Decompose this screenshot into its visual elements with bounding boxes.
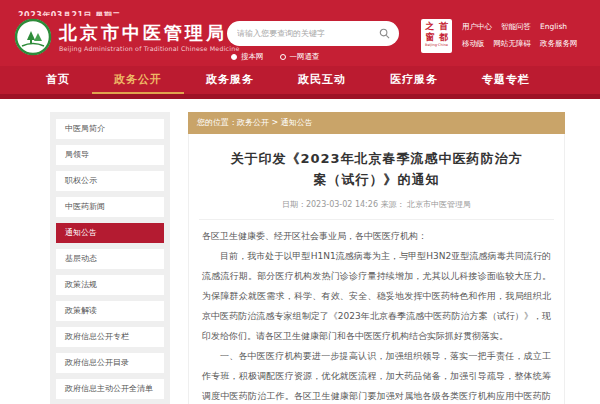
header-link[interactable]: 网站无障碍 (494, 39, 532, 49)
search-scope-options: 搜本网一网通查 (231, 52, 399, 62)
nav-item[interactable]: 政务服务 (184, 66, 276, 94)
article-body: 各区卫生健康委、经开区社会事业局，各中医医疗机构：目前，我市处于以甲型H1N1流… (189, 220, 564, 404)
header-link[interactable]: 政务服务网 (540, 39, 578, 49)
nav-item[interactable]: 政民互动 (276, 66, 368, 94)
sidebar-item[interactable]: 政策法规 (56, 275, 164, 295)
sidebar-item[interactable]: 政府信息主动公开全清单 (56, 379, 164, 399)
main-nav: 首页政务公开政务服务政民互动医疗服务专题专栏 (0, 66, 600, 94)
sidebar-item[interactable]: 职权公示 (56, 171, 164, 191)
seal-char: 都 (437, 32, 451, 43)
nav-item[interactable]: 医疗服务 (368, 66, 460, 94)
site-brand[interactable]: 北京市中医管理局 Beijing Administration of Tradi… (14, 18, 239, 56)
search-area: 搜本网一网通查 (227, 21, 399, 62)
article-paragraph: 各区卫生健康委、经开区社会事业局，各中医医疗机构： (202, 226, 551, 246)
quick-links-row-1: 用户中心智能问答English (462, 22, 594, 32)
capital-window-seal-icon[interactable]: 之首窗都 Beijing·China (421, 19, 452, 53)
seal-char: 之 (423, 21, 437, 32)
site-title-english: Beijing Administration of Traditional Ch… (59, 45, 239, 52)
seal-char: 窗 (423, 32, 437, 43)
site-header: 北京市中医管理局 Beijing Administration of Tradi… (0, 16, 600, 66)
header-link[interactable]: 用户中心 (462, 22, 492, 32)
page-body: 中医局简介局领导职权公示中医药新闻通知公告基层动态政策法规政策解读政府信息公开专… (0, 99, 600, 399)
seal-characters: 之首窗都 (423, 21, 450, 43)
sidebar-menu: 中医局简介局领导职权公示中医药新闻通知公告基层动态政策法规政策解读政府信息公开专… (50, 112, 170, 404)
sidebar-item[interactable]: 政府信息公开专栏 (56, 327, 164, 347)
main-content: 您的位置：政务公开 > 通知公告 关于印发《2023年北京春季流感中医药防治方案… (188, 112, 565, 404)
breadcrumb: 您的位置：政务公开 > 通知公告 (188, 112, 565, 134)
header-link[interactable]: 移动版 (462, 39, 485, 49)
quick-links-row-2: 移动版网站无障碍政务服务网 (462, 39, 594, 49)
radio-selected-icon[interactable] (231, 54, 237, 60)
seal-char: 首 (437, 21, 451, 32)
article-title: 关于印发《2023年北京春季流感中医药防治方案（试行）》的通知 (189, 134, 564, 190)
sidebar-item[interactable]: 政府信息公开目录 (56, 353, 164, 373)
search-icon[interactable] (379, 28, 390, 39)
article: 关于印发《2023年北京春季流感中医药防治方案（试行）》的通知 日期：2023-… (188, 134, 565, 404)
tcm-bureau-logo-icon (14, 18, 52, 56)
search-scope-option[interactable]: 一网通查 (280, 52, 320, 62)
search-box[interactable] (227, 21, 399, 46)
seal-caption: Beijing·China (423, 43, 450, 48)
nav-item[interactable]: 政务公开 (92, 66, 184, 94)
sidebar-item[interactable]: 通知公告 (56, 223, 164, 243)
search-scope-label: 搜本网 (241, 52, 264, 62)
header-link[interactable]: English (540, 22, 567, 32)
search-scope-option[interactable]: 搜本网 (231, 52, 264, 62)
nav-item[interactable]: 专题专栏 (460, 66, 552, 94)
search-input[interactable] (237, 29, 379, 38)
sidebar-item[interactable]: 政策解读 (56, 301, 164, 321)
header-quick-links: 用户中心智能问答English 移动版网站无障碍政务服务网 (462, 22, 594, 56)
sidebar-item[interactable]: 基层动态 (56, 249, 164, 269)
article-paragraph: 目前，我市处于以甲型H1N1流感病毒为主，与甲型H3N2亚型流感病毒共同流行的流… (202, 246, 551, 346)
article-paragraph: 一、各中医医疗机构要进一步提高认识，加强组织领导，落实一把手责任，成立工作专班，… (202, 346, 551, 404)
site-title: 北京市中医管理局 (59, 23, 239, 43)
sidebar-item[interactable]: 中医局简介 (56, 119, 164, 139)
nav-item[interactable]: 首页 (24, 66, 92, 94)
header-link[interactable]: 智能问答 (501, 22, 531, 32)
radio-unselected-icon[interactable] (280, 54, 286, 60)
top-date-bar: 2023年03月21日 星期二 (0, 0, 600, 16)
sidebar-item[interactable]: 中医药新闻 (56, 197, 164, 217)
sidebar-item[interactable]: 局领导 (56, 145, 164, 165)
article-meta: 日期：2023-03-02 14:26 来源： 北京市中医管理局 (189, 199, 564, 210)
search-scope-label: 一网通查 (290, 52, 320, 62)
